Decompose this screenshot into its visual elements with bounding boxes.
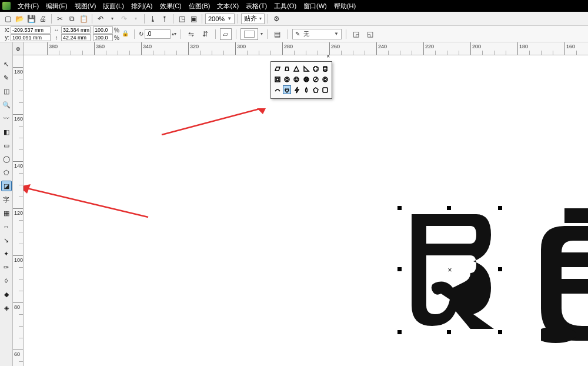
options-icon[interactable]: ⚙ [271,14,282,24]
scale-y-input[interactable] [93,34,113,41]
export-icon[interactable]: ⭱ [159,14,170,24]
to-back-icon[interactable]: ◱ [365,28,376,40]
shape-cylinder-icon[interactable] [322,64,329,73]
rectangle-tool-icon[interactable]: ▭ [1,140,12,151]
fill-swatch[interactable] [240,28,258,40]
menu-window[interactable]: 窗口(W) [303,2,327,11]
save-icon[interactable]: 💾 [26,14,36,24]
svg-point-14 [324,78,326,81]
shape-tool-icon[interactable]: ✎ [1,72,12,83]
chevron-down-icon: ▾ [259,16,262,21]
shape-right-triangle-icon[interactable] [302,64,310,73]
menu-table[interactable]: 表格(T) [246,2,267,11]
x-input[interactable] [11,26,51,34]
chevron-down-icon[interactable]: ▾ [260,31,263,36]
shape-arc-icon[interactable] [273,85,281,94]
dimension-tool-icon[interactable]: ↔ [1,221,12,232]
ellipse-tool-icon[interactable]: ◯ [1,154,12,164]
shape-no-icon[interactable] [312,75,319,84]
text-tool-icon[interactable]: 字 [1,194,12,205]
chevron-down-icon: ▼ [227,16,232,21]
menu-arrange[interactable]: 排列(A) [131,2,153,11]
smart-fill-icon[interactable]: ◧ [1,127,12,137]
cut-icon[interactable]: ✂ [55,14,65,24]
shape-parallelogram-icon[interactable]: ▱ [220,28,232,40]
polygon-tool-icon[interactable]: ⬠ [1,167,12,178]
connector-tool-icon[interactable]: ↘ [1,235,12,245]
zoom-select[interactable]: 200% ▼ [205,14,235,24]
horizontal-ruler[interactable]: 380360340320300280260240220200180160 [24,42,588,55]
svg-point-5 [286,78,288,81]
outline-width-select[interactable]: ✎ 无 ▼ [292,29,342,39]
redo-icon[interactable]: ↷ [119,14,129,24]
selected-object[interactable]: × [400,208,500,332]
ruler-origin-icon[interactable]: ⊕ [13,42,24,55]
pick-tool-icon[interactable]: ↖ [1,59,12,69]
welcome-icon[interactable]: ▣ [188,14,199,24]
drawing-canvas[interactable]: × [24,55,588,366]
fill-tool-icon[interactable]: ◆ [1,289,12,300]
shape-plaque-icon[interactable] [322,85,329,94]
property-bar: x: y: ↔ ↕ % % 🔒 ↻ ▴▾ ⇋ ⇵ [0,26,588,42]
shape-pentagon-icon[interactable] [312,85,320,94]
print-icon[interactable]: 🖨 [38,14,48,24]
height-input[interactable] [61,34,91,41]
pct-label: % [114,35,119,41]
shape-smiley-icon[interactable] [293,75,300,84]
freehand-tool-icon[interactable]: 〰 [1,113,12,124]
y-input[interactable] [11,34,51,41]
shape-lightning-icon[interactable] [293,85,300,94]
interactive-tool-icon[interactable]: ✦ [1,248,12,259]
eyedropper-tool-icon[interactable]: ✑ [1,262,12,272]
shape-drop-icon[interactable] [302,85,310,94]
undo-dropdown[interactable]: ▾ [107,14,118,24]
menu-tools[interactable]: 工具(O) [274,2,296,11]
menu-effects[interactable]: 效果(C) [160,2,182,11]
menu-help[interactable]: 帮助(H) [334,2,356,11]
paste-icon[interactable]: 📋 [78,14,89,24]
copy-icon[interactable]: ⧉ [66,14,77,24]
shape-trapezoid-icon[interactable] [283,64,290,73]
undo-icon[interactable]: ↶ [95,14,106,24]
shape-frame-icon[interactable] [273,75,281,84]
redo-dropdown[interactable]: ▾ [131,14,141,24]
shape-heart-icon[interactable] [283,85,291,94]
basic-shapes-tool-icon[interactable]: ◪ [1,181,12,191]
import-icon[interactable]: ⭳ [148,14,158,24]
menu-text[interactable]: 文本(X) [217,2,239,11]
wrap-text-icon[interactable]: ▤ [272,28,283,40]
new-icon[interactable]: ▢ [2,14,13,24]
width-input[interactable] [61,26,91,34]
menu-file[interactable]: 文件(F) [18,2,39,11]
annotation-arrow-icon [32,108,268,226]
lock-ratio-icon[interactable]: 🔒 [122,30,130,38]
mirror-h-icon[interactable]: ⇋ [185,28,197,40]
height-icon: ↕ [53,34,60,41]
menu-view[interactable]: 视图(V) [75,2,96,11]
menu-bitmap[interactable]: 位图(B) [189,2,211,11]
app-launcher-icon[interactable]: ◳ [176,14,187,24]
menu-layout[interactable]: 版面(L) [103,2,123,11]
shape-triangle-icon[interactable] [293,64,300,73]
open-icon[interactable]: 📂 [14,14,25,24]
shape-spiral-icon[interactable] [302,75,310,84]
table-tool-icon[interactable]: ▦ [1,208,12,218]
crop-tool-icon[interactable]: ◫ [1,86,12,97]
zoom-tool-icon[interactable]: 🔍 [1,99,12,110]
to-front-icon[interactable]: ◲ [350,28,362,40]
scale-x-input[interactable] [93,26,113,34]
outline-tool-icon[interactable]: ◊ [1,275,12,286]
close-icon[interactable]: × [326,55,330,59]
shape-target-icon[interactable] [322,75,329,84]
shape-parallelogram-icon[interactable] [273,64,281,73]
snap-select[interactable]: 贴齐 ▾ [241,14,265,24]
menu-edit[interactable]: 编辑(E) [46,2,68,11]
rotation-group: ↻ ▴▾ [139,29,176,39]
shape-cross-icon[interactable] [312,64,319,73]
vertical-ruler[interactable]: 1801601401201008060 [13,55,24,366]
rotation-input[interactable] [145,29,171,39]
mirror-v-icon[interactable]: ⇵ [199,28,211,40]
shape-ring-icon[interactable] [283,75,290,84]
spinner-icon[interactable]: ▴▾ [172,31,176,36]
interactive-fill-icon[interactable]: ◈ [1,302,12,313]
